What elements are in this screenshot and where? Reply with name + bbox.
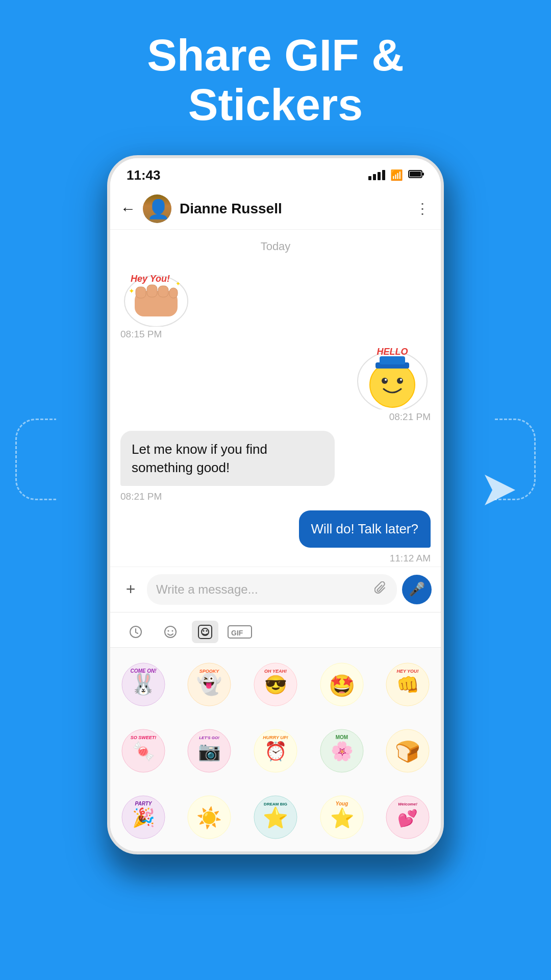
sticker-star-eyes[interactable]: 🤩 — [309, 652, 375, 718]
svg-text:MOM: MOM — [335, 734, 347, 740]
input-bar: + Write a message... 🎤 — [110, 567, 441, 612]
svg-text:SPOOKY: SPOOKY — [199, 669, 220, 674]
text-message-right: Will do! Talk later? 11:12 AM — [120, 510, 431, 564]
sticker-hello: HELLO — [354, 343, 431, 409]
svg-rect-9 — [169, 288, 178, 298]
svg-text:✦: ✦ — [176, 280, 181, 287]
sticker-panel: GIF 🐰 COME ON! 👻 — [110, 612, 441, 854]
sticker-youg[interactable]: ⭐ Youg — [309, 784, 375, 850]
signal-icon — [368, 170, 385, 180]
sticker-lets-go[interactable]: 📷 LET'S GO! — [177, 718, 243, 784]
svg-point-15 — [382, 378, 388, 384]
svg-text:Hey You!: Hey You! — [131, 274, 170, 284]
sticker-oh-yeah[interactable]: 😎 OH YEAH! — [242, 652, 309, 718]
svg-text:☀️: ☀️ — [196, 805, 222, 830]
svg-rect-26 — [198, 625, 212, 639]
message-input-container[interactable]: Write a message... — [147, 574, 397, 605]
message-input-placeholder: Write a message... — [156, 582, 374, 597]
svg-text:HELLO: HELLO — [377, 347, 408, 357]
svg-text:Youg: Youg — [335, 801, 348, 806]
chat-area: Today ✦ ✦ — [110, 230, 441, 567]
svg-text:COME ON!: COME ON! — [130, 668, 157, 674]
svg-text:HEY YOU!: HEY YOU! — [397, 669, 419, 674]
svg-text:🍬: 🍬 — [132, 740, 155, 762]
hero-title: Share GIF & Stickers — [0, 0, 551, 155]
svg-point-29 — [206, 630, 208, 631]
sticker-hey-you: ✦ ✦ Hey You! — [120, 265, 192, 327]
back-button[interactable]: ← — [120, 200, 136, 217]
svg-text:HURRY UP!: HURRY UP! — [263, 735, 288, 740]
svg-rect-3 — [422, 173, 424, 176]
sticker-come-on[interactable]: 🐰 COME ON! — [110, 652, 177, 718]
tab-recent[interactable] — [122, 621, 149, 643]
msg-time-3: 08:21 PM — [120, 491, 162, 502]
more-menu-button[interactable]: ⋮ — [415, 200, 431, 217]
svg-text:✦: ✦ — [129, 287, 135, 295]
sticker-dream-big[interactable]: ⭐ DREAM BIG — [242, 784, 309, 850]
sticker-welcome[interactable]: 💕 Welcome! — [374, 784, 441, 850]
svg-text:DREAM BIG: DREAM BIG — [264, 802, 287, 806]
svg-point-23 — [165, 626, 176, 638]
sticker-mom[interactable]: 🌸 MOM — [309, 718, 375, 784]
status-bar: 11:43 📶 — [110, 158, 441, 188]
svg-text:📷: 📷 — [198, 740, 221, 762]
sticker-party[interactable]: 🎉 PARTY — [110, 784, 177, 850]
avatar — [143, 194, 171, 223]
svg-point-28 — [203, 630, 205, 631]
svg-text:OH YEAH!: OH YEAH! — [264, 669, 287, 674]
mic-button[interactable]: 🎤 — [402, 575, 432, 604]
tab-emoji[interactable] — [157, 621, 184, 643]
svg-text:🍞: 🍞 — [395, 739, 420, 764]
svg-text:👊: 👊 — [396, 674, 419, 696]
sticker-message-left-1: ✦ ✦ Hey You! 08:15 PM — [120, 265, 431, 340]
svg-text:🌸: 🌸 — [330, 740, 353, 762]
battery-icon — [408, 169, 424, 181]
text-message-left: Let me know if you find something good! … — [120, 431, 431, 503]
sticker-so-sweet[interactable]: 🍬 SO SWEET! — [110, 718, 177, 784]
contact-name: Dianne Russell — [180, 201, 415, 217]
wifi-icon: 📶 — [390, 169, 403, 181]
sticker-toast[interactable]: 🍞 — [374, 718, 441, 784]
svg-point-25 — [172, 630, 173, 631]
svg-point-16 — [397, 378, 403, 384]
svg-rect-2 — [410, 172, 421, 177]
svg-text:LET'S GO!: LET'S GO! — [199, 736, 220, 740]
status-time: 11:43 — [127, 167, 161, 183]
svg-rect-20 — [380, 356, 405, 364]
svg-rect-8 — [158, 286, 168, 297]
sticker-hey-you-grid[interactable]: 👊 HEY YOU! — [374, 652, 441, 718]
svg-text:GIF: GIF — [231, 629, 243, 637]
bubble-left: Let me know if you find something good! — [120, 431, 335, 486]
svg-text:PARTY: PARTY — [135, 801, 152, 806]
attachment-icon[interactable] — [374, 581, 388, 598]
bubble-right: Will do! Talk later? — [299, 510, 431, 547]
svg-rect-6 — [136, 287, 146, 298]
svg-text:⏰: ⏰ — [264, 740, 287, 762]
phone-frame: 11:43 📶 ← — [107, 155, 444, 854]
svg-point-24 — [168, 630, 169, 631]
sticker-message-right-1: HELLO 08:21 PM — [120, 343, 431, 423]
msg-time-2: 08:21 PM — [389, 411, 431, 423]
svg-rect-7 — [147, 285, 157, 297]
tab-gif[interactable]: GIF — [227, 621, 253, 643]
svg-text:SO SWEET!: SO SWEET! — [131, 735, 157, 740]
svg-text:🐰: 🐰 — [131, 672, 156, 696]
date-divider: Today — [120, 240, 431, 253]
svg-text:⭐: ⭐ — [263, 805, 288, 830]
tab-sticker[interactable] — [192, 621, 218, 643]
svg-point-18 — [400, 379, 402, 381]
svg-text:💕: 💕 — [397, 808, 418, 828]
svg-point-17 — [385, 379, 387, 381]
status-icons: 📶 — [368, 169, 424, 181]
sticker-hurry-up[interactable]: ⏰ HURRY UP! — [242, 718, 309, 784]
svg-text:🤩: 🤩 — [329, 673, 356, 699]
svg-text:😎: 😎 — [264, 674, 287, 696]
sticker-good-day[interactable]: ☀️ — [177, 784, 243, 850]
sticker-tabs: GIF — [110, 612, 441, 648]
svg-point-14 — [370, 362, 415, 407]
plus-button[interactable]: + — [119, 580, 142, 599]
msg-time-1: 08:15 PM — [120, 329, 162, 340]
svg-text:Welcome!: Welcome! — [398, 802, 417, 806]
msg-time-4: 11:12 AM — [390, 553, 431, 564]
sticker-spooky[interactable]: 👻 SPOOKY — [177, 652, 243, 718]
